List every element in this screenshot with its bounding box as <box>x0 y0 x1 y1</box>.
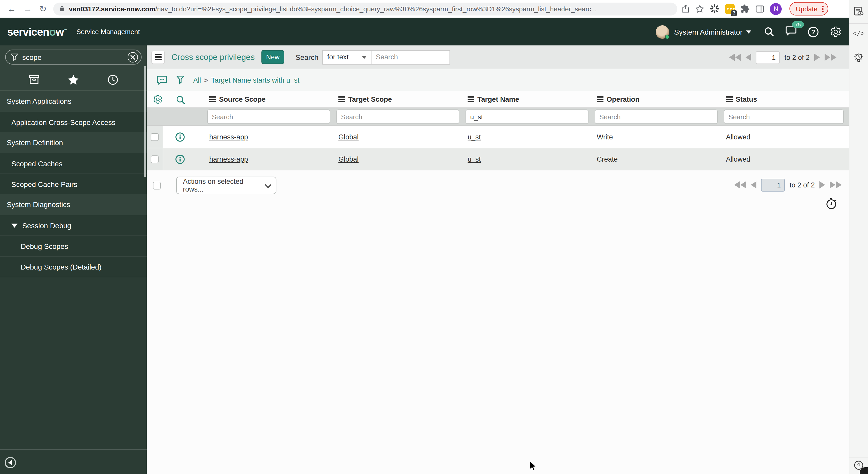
sidebar-item-scoped-caches[interactable]: Scoped Caches <box>0 153 147 173</box>
table-row: harness-app Global u_st Write Allowed <box>147 126 849 148</box>
favorites-star-tab-icon[interactable] <box>68 74 79 85</box>
previous-page-button[interactable] <box>751 181 756 189</box>
form-view-icon[interactable] <box>854 6 864 16</box>
extension-spinner-icon[interactable] <box>710 4 719 13</box>
column-header-operation[interactable]: Operation <box>594 95 723 103</box>
top-pagination: to 2 of 2 <box>729 45 836 69</box>
new-record-button[interactable]: New <box>261 50 284 64</box>
last-page-button[interactable] <box>825 54 836 61</box>
help-icon[interactable]: ? <box>808 26 819 37</box>
column-header-target-name[interactable]: Target Name <box>464 95 594 103</box>
filter-target-scope-input[interactable] <box>336 109 459 124</box>
sidebar-section-system-applications[interactable]: System Applications <box>0 91 147 111</box>
status-value: Allowed <box>726 133 750 141</box>
list-context-menu-button[interactable] <box>151 50 165 64</box>
select-all-checkbox[interactable] <box>153 181 161 189</box>
response-time-stopwatch-icon[interactable] <box>826 197 838 210</box>
column-menu-icon[interactable] <box>468 95 474 103</box>
actions-dropdown[interactable]: Actions on selected rows... <box>176 177 276 194</box>
application-navigator: System Applications Application Cross-Sc… <box>0 45 147 474</box>
next-page-button[interactable] <box>819 181 825 189</box>
column-menu-icon[interactable] <box>338 95 345 103</box>
column-header-source-scope[interactable]: Source Scope <box>206 95 335 103</box>
previous-page-button[interactable] <box>746 54 751 61</box>
settings-gear-icon[interactable] <box>830 26 842 38</box>
password-extension-icon[interactable]: ●●● 3 <box>725 4 735 14</box>
breadcrumb-filter-icon[interactable] <box>176 75 184 85</box>
page-number-input[interactable] <box>761 178 785 191</box>
last-page-button[interactable] <box>830 181 842 189</box>
first-page-button[interactable] <box>734 181 746 189</box>
list-personalize-gear-icon[interactable] <box>153 95 163 104</box>
row-checkbox[interactable] <box>151 133 159 141</box>
filter-operation-input[interactable] <box>595 109 718 124</box>
history-clock-tab-icon[interactable] <box>107 74 118 85</box>
mouse-cursor <box>530 461 537 471</box>
column-menu-icon[interactable] <box>726 95 733 103</box>
list-chat-icon[interactable] <box>157 75 167 85</box>
row-checkbox[interactable] <box>151 155 159 163</box>
row-info-icon[interactable] <box>175 132 185 142</box>
list-search-input[interactable] <box>372 50 450 64</box>
row-range-label: to 2 of 2 <box>789 181 815 189</box>
share-icon[interactable] <box>682 5 690 13</box>
sidebar-section-system-definition[interactable]: System Definition <box>0 132 147 153</box>
filter-status-input[interactable] <box>724 109 844 124</box>
target-name-link[interactable]: u_st <box>468 155 481 163</box>
search-label: Search <box>296 53 318 61</box>
filter-target-name-input[interactable] <box>466 109 588 124</box>
side-panel-icon[interactable] <box>755 4 765 13</box>
source-scope-link[interactable]: harness-app <box>209 155 248 163</box>
reload-icon[interactable]: ↻ <box>39 4 47 13</box>
filter-funnel-icon <box>11 53 18 61</box>
search-type-select[interactable]: for text <box>323 50 372 64</box>
all-applications-tab-icon[interactable] <box>28 74 40 85</box>
source-scope-link[interactable]: harness-app <box>209 133 248 141</box>
sidebar-scrollbar[interactable] <box>144 66 146 177</box>
column-menu-icon[interactable] <box>597 95 603 103</box>
browser-update-button[interactable]: Update <box>790 2 829 15</box>
sidebar-item-debug-scopes-detailed[interactable]: Debug Scopes (Detailed) <box>0 256 147 277</box>
navigator-filter-field[interactable] <box>22 53 128 61</box>
collapse-sidebar-button[interactable] <box>5 457 16 468</box>
browser-menu-icon[interactable] <box>820 5 826 12</box>
sidebar-item-session-debug[interactable]: Session Debug <box>0 215 147 235</box>
sidebar-item-debug-scopes[interactable]: Debug Scopes <box>0 235 147 256</box>
sidebar-item-scoped-cache-pairs[interactable]: Scoped Cache Pairs <box>0 173 147 194</box>
list-title[interactable]: Cross scope privileges <box>172 53 255 62</box>
back-icon[interactable]: ← <box>7 4 16 13</box>
column-header-status[interactable]: Status <box>723 95 849 103</box>
column-header-target-scope[interactable]: Target Scope <box>335 95 464 103</box>
extension-badge: 3 <box>731 10 737 16</box>
forward-icon[interactable]: → <box>23 4 32 13</box>
target-name-link[interactable]: u_st <box>468 133 481 141</box>
row-info-icon[interactable] <box>175 154 185 164</box>
column-menu-icon[interactable] <box>209 95 216 103</box>
idea-lightbulb-icon[interactable] <box>853 52 864 64</box>
sidebar-item-application-cross-scope-access[interactable]: Application Cross-Scope Access <box>0 111 147 132</box>
sidebar-section-system-diagnostics[interactable]: System Diagnostics <box>0 194 147 215</box>
breadcrumb-all-link[interactable]: All <box>193 76 201 84</box>
extensions-puzzle-icon[interactable] <box>741 4 750 13</box>
page-number-input[interactable] <box>756 51 780 64</box>
global-search-icon[interactable] <box>764 26 774 37</box>
user-avatar[interactable] <box>655 25 669 38</box>
notifications-icon[interactable]: 75 <box>785 26 797 38</box>
breadcrumb-filter-link[interactable]: Target Name starts with u_st <box>211 76 300 84</box>
navigator-tabs <box>0 69 147 91</box>
user-name[interactable]: System Administrator <box>674 28 742 36</box>
code-icon[interactable]: </> <box>853 30 865 38</box>
list-column-search-icon[interactable] <box>176 95 185 105</box>
next-page-button[interactable] <box>814 54 820 61</box>
user-menu-caret-icon[interactable] <box>746 30 751 33</box>
collapse-triangle-icon[interactable] <box>11 223 18 228</box>
bookmark-star-icon[interactable] <box>696 4 705 13</box>
clear-filter-icon[interactable] <box>128 52 138 62</box>
browser-profile-avatar[interactable]: N <box>770 3 782 15</box>
navigator-filter-input[interactable] <box>5 49 142 65</box>
target-scope-link[interactable]: Global <box>338 155 359 163</box>
target-scope-link[interactable]: Global <box>338 133 359 141</box>
filter-source-scope-input[interactable] <box>207 109 330 124</box>
first-page-button[interactable] <box>729 54 741 61</box>
address-bar[interactable]: ven03172.service-now.com/nav_to.do?uri=%… <box>54 2 678 15</box>
